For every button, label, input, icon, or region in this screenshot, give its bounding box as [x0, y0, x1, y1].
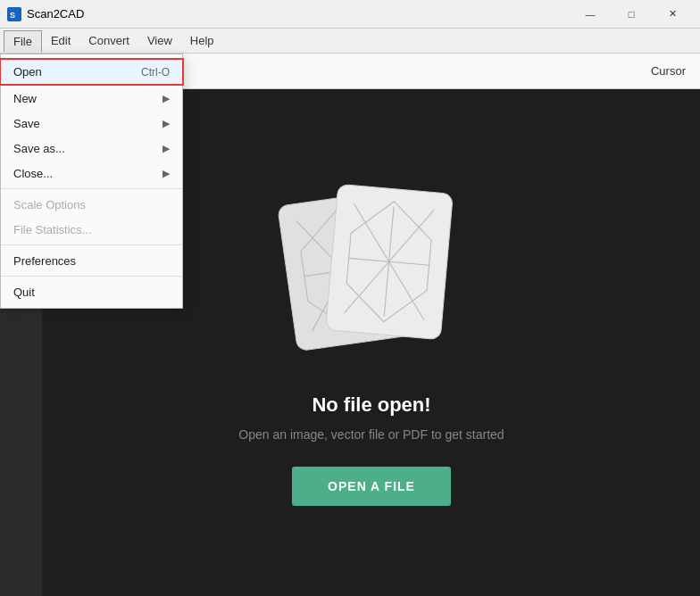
menu-save[interactable]: Save ▶: [1, 111, 182, 136]
cursor-label-area: Cursor: [651, 64, 693, 78]
no-file-title: No file open!: [312, 393, 430, 417]
new-arrow: ▶: [162, 93, 170, 104]
open-shortcut: Ctrl-O: [141, 66, 170, 79]
menu-convert[interactable]: Convert: [79, 30, 138, 51]
divider-3: [1, 276, 182, 277]
save-label: Save: [13, 117, 40, 130]
card-front: [325, 184, 454, 341]
app-title: Scan2CAD: [27, 7, 84, 21]
close-button[interactable]: ✕: [652, 0, 693, 29]
save-as-label: Save as...: [13, 142, 65, 155]
minimize-button[interactable]: —: [570, 0, 611, 29]
menu-save-as[interactable]: Save as... ▶: [1, 136, 182, 161]
menu-file[interactable]: File: [4, 30, 42, 52]
divider-1: [1, 188, 182, 189]
app-icon: S: [7, 7, 21, 21]
save-arrow: ▶: [162, 118, 170, 129]
no-file-sub: Open an image, vector file or PDF to get…: [238, 427, 504, 442]
menu-view[interactable]: View: [138, 30, 181, 51]
menu-file-statistics: File Statistics...: [1, 217, 182, 242]
divider-2: [1, 244, 182, 245]
maximize-button[interactable]: □: [611, 0, 652, 29]
illustration: [273, 179, 470, 358]
menu-bar: File Edit Convert View Help Open Ctrl-O …: [0, 29, 700, 54]
title-bar-left: S Scan2CAD: [7, 7, 84, 21]
title-bar: S Scan2CAD — □ ✕: [0, 0, 700, 29]
close-label: Close...: [13, 167, 53, 180]
save-as-arrow: ▶: [162, 143, 170, 154]
menu-new[interactable]: New ▶: [1, 86, 182, 111]
menu-edit[interactable]: Edit: [42, 30, 79, 51]
menu-open[interactable]: Open Ctrl-O: [0, 58, 184, 86]
menu-preferences[interactable]: Preferences: [1, 248, 182, 273]
close-arrow: ▶: [162, 168, 170, 179]
file-statistics-label: File Statistics...: [13, 223, 91, 236]
cursor-label: Cursor: [651, 64, 686, 78]
title-bar-controls: — □ ✕: [570, 0, 693, 29]
preferences-label: Preferences: [13, 254, 76, 268]
file-dropdown-menu: Open Ctrl-O New ▶ Save ▶ Save as... ▶ Cl…: [0, 54, 183, 309]
menu-scale-options: Scale Options: [1, 192, 182, 217]
menu-close[interactable]: Close... ▶: [1, 161, 182, 186]
new-label: New: [13, 92, 37, 105]
open-label: Open: [13, 65, 42, 79]
menu-quit[interactable]: Quit: [1, 279, 182, 304]
svg-text:S: S: [10, 11, 15, 20]
card-front-graphic: [332, 192, 446, 331]
quit-label: Quit: [13, 286, 35, 299]
scale-options-label: Scale Options: [13, 198, 86, 211]
open-file-button[interactable]: OPEN A FILE: [292, 467, 451, 506]
menu-help[interactable]: Help: [181, 30, 223, 51]
